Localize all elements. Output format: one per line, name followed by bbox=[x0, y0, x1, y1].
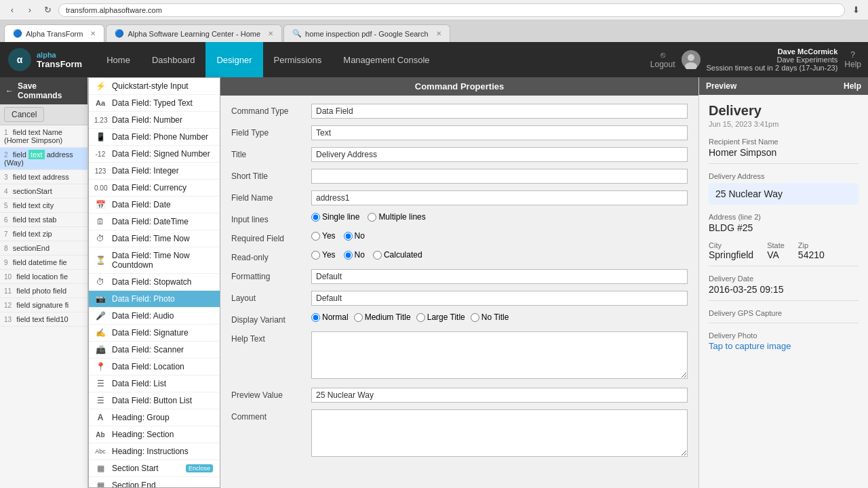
menu-audio-label: Data Field: Audio bbox=[112, 311, 213, 321]
readonly-calc-radio[interactable] bbox=[373, 251, 382, 260]
formatting-input[interactable] bbox=[311, 269, 688, 284]
cmd-row-3[interactable]: 3 field text address bbox=[0, 170, 87, 184]
tab-learning[interactable]: 🔵 Alpha Software Learning Center - Home … bbox=[106, 24, 282, 42]
menu-currency-label: Data Field: Currency bbox=[112, 183, 213, 192]
menu-signed-number[interactable]: -12 Data Field: Signed Number bbox=[89, 146, 220, 163]
readonly-no-radio[interactable] bbox=[344, 251, 353, 260]
menu-list[interactable]: ☰ Data Field: List bbox=[89, 375, 220, 392]
divider-2 bbox=[709, 266, 859, 266]
cmd-row-6[interactable]: 6 field text stab bbox=[0, 213, 87, 227]
required-no-radio[interactable] bbox=[344, 232, 353, 241]
refresh-button[interactable]: ↻ bbox=[41, 3, 54, 17]
help-text-input[interactable] bbox=[311, 331, 688, 379]
help-tab-label[interactable]: Help bbox=[844, 81, 861, 91]
comment-input[interactable] bbox=[311, 409, 688, 457]
single-line-radio[interactable] bbox=[311, 213, 320, 222]
readonly-calculated[interactable]: Calculated bbox=[373, 250, 422, 260]
url-bar[interactable]: transform.alphasoftware.com bbox=[58, 3, 845, 17]
preview-value-input[interactable] bbox=[311, 388, 688, 403]
cmd-row-12[interactable]: 12 field signature fi bbox=[0, 298, 87, 312]
back-button[interactable]: ‹ bbox=[5, 3, 19, 17]
tab-close-1[interactable]: ✕ bbox=[90, 30, 96, 37]
photo-capture-link[interactable]: Tap to capture image bbox=[709, 341, 859, 351]
field-type-input[interactable] bbox=[311, 125, 688, 140]
prop-required: Required Field Yes No bbox=[231, 231, 688, 243]
menu-heading-group[interactable]: A Heading: Group bbox=[89, 409, 220, 426]
menu-number[interactable]: 1.23 Data Field: Number bbox=[89, 112, 220, 129]
readonly-yes[interactable]: Yes bbox=[311, 250, 336, 260]
menu-integer[interactable]: 123 Data Field: Integer bbox=[89, 163, 220, 180]
readonly-no[interactable]: No bbox=[344, 250, 365, 260]
help-button[interactable]: ? Help bbox=[844, 50, 861, 69]
dv-medium-radio[interactable] bbox=[354, 313, 363, 322]
menu-phone[interactable]: 📱 Data Field: Phone Number bbox=[89, 129, 220, 146]
menu-heading-instructions[interactable]: Abc Heading: Instructions bbox=[89, 443, 220, 460]
cmd-row-11[interactable]: 11 field photo field bbox=[0, 284, 87, 298]
downloads-button[interactable]: ⬇ bbox=[849, 3, 863, 17]
cmd-row-10[interactable]: 10 field location fie bbox=[0, 270, 87, 284]
menu-audio[interactable]: 🎤 Data Field: Audio bbox=[89, 308, 220, 325]
nav-designer[interactable]: Designer bbox=[205, 42, 262, 77]
cmd-row-2[interactable]: 2 field text address (Way) bbox=[0, 148, 87, 170]
header-right: ⎋ Logout Dave McCormick Dave Experiments… bbox=[650, 47, 861, 72]
tab-close-2[interactable]: ✕ bbox=[268, 30, 273, 37]
tab-close-3[interactable]: ✕ bbox=[436, 30, 441, 37]
dv-none[interactable]: No Title bbox=[471, 312, 509, 322]
input-lines-single[interactable]: Single line bbox=[311, 212, 359, 222]
menu-typed-text[interactable]: Aa Data Field: Typed Text bbox=[89, 95, 220, 112]
nav-permissions[interactable]: Permissions bbox=[263, 42, 333, 77]
menu-datetime[interactable]: 🗓 Data Field: DateTime bbox=[89, 214, 220, 230]
center-header: Command Properties bbox=[220, 77, 698, 96]
input-lines-multiple[interactable]: Multiple lines bbox=[368, 212, 425, 222]
menu-quickstart[interactable]: ⚡ Quickstart-style Input bbox=[89, 78, 220, 95]
nav-management[interactable]: Management Console bbox=[332, 42, 440, 77]
menu-scanner[interactable]: 📠 Data Field: Scanner bbox=[89, 342, 220, 359]
menu-section-start[interactable]: ▦ Section Start Enclose bbox=[89, 460, 220, 477]
menu-date[interactable]: 📅 Data Field: Date bbox=[89, 197, 220, 214]
menu-section-end[interactable]: ▦ Section End bbox=[89, 477, 220, 488]
tab-alphatransform[interactable]: 🔵 Alpha TransForm ✕ bbox=[4, 24, 104, 42]
cmd-row-5[interactable]: 5 field text city bbox=[0, 199, 87, 213]
dv-normal-radio[interactable] bbox=[311, 313, 320, 322]
menu-location[interactable]: 📍 Data Field: Location bbox=[89, 359, 220, 375]
dv-large[interactable]: Large Title bbox=[416, 312, 465, 322]
menu-countdown[interactable]: ⏳ Data Field: Time Now Countdown bbox=[89, 247, 220, 274]
logout-button[interactable]: ⎋ Logout bbox=[650, 50, 675, 69]
field-name-input[interactable] bbox=[311, 190, 688, 205]
readonly-yes-radio[interactable] bbox=[311, 251, 320, 260]
required-yes[interactable]: Yes bbox=[311, 231, 336, 241]
menu-heading-section[interactable]: Ab Heading: Section bbox=[89, 426, 220, 443]
menu-time-now[interactable]: ⏱ Data Field: Time Now bbox=[89, 230, 220, 247]
title-input[interactable] bbox=[311, 147, 688, 162]
menu-currency[interactable]: 0.00 Data Field: Currency bbox=[89, 180, 220, 197]
cmd-row-13[interactable]: 13 field text field10 bbox=[0, 312, 87, 327]
left-toolbar: Cancel bbox=[0, 104, 87, 125]
menu-photo[interactable]: 📷 Data Field: Photo bbox=[89, 291, 220, 308]
cmd-row-1[interactable]: 1 field text Name (Homer Simpson) bbox=[0, 125, 87, 148]
dv-none-radio[interactable] bbox=[471, 313, 479, 322]
short-title-input[interactable] bbox=[311, 169, 688, 184]
cmd-type-input[interactable] bbox=[311, 104, 688, 119]
tab-google[interactable]: 🔍 home inspection pdf - Google Search ✕ bbox=[283, 24, 450, 42]
cancel-button[interactable]: Cancel bbox=[4, 107, 44, 122]
menu-signature[interactable]: ✍ Data Field: Signature bbox=[89, 325, 220, 342]
menu-stopwatch[interactable]: ⏱ Data Field: Stopwatch bbox=[89, 274, 220, 291]
nav-dashboard[interactable]: Dashboard bbox=[141, 42, 206, 77]
dv-normal[interactable]: Normal bbox=[311, 312, 349, 322]
menu-button-list[interactable]: ☰ Data Field: Button List bbox=[89, 392, 220, 409]
cmd-row-4[interactable]: 4 sectionStart bbox=[0, 184, 87, 199]
state-value: VA bbox=[767, 249, 785, 260]
required-no[interactable]: No bbox=[344, 231, 365, 241]
multiple-lines-radio[interactable] bbox=[368, 213, 376, 222]
cmd-row-9[interactable]: 9 field datetime fie bbox=[0, 256, 87, 270]
cmd-row-7[interactable]: 7 field text zip bbox=[0, 227, 87, 241]
layout-input[interactable] bbox=[311, 291, 688, 306]
forward-button[interactable]: › bbox=[23, 3, 37, 17]
single-line-label: Single line bbox=[322, 212, 359, 222]
help-text-label: Help Text bbox=[231, 331, 306, 344]
cmd-row-8[interactable]: 8 sectionEnd bbox=[0, 241, 87, 256]
required-yes-radio[interactable] bbox=[311, 232, 320, 241]
dv-large-radio[interactable] bbox=[416, 313, 425, 322]
nav-home[interactable]: Home bbox=[96, 42, 141, 77]
dv-medium[interactable]: Medium Title bbox=[354, 312, 411, 322]
